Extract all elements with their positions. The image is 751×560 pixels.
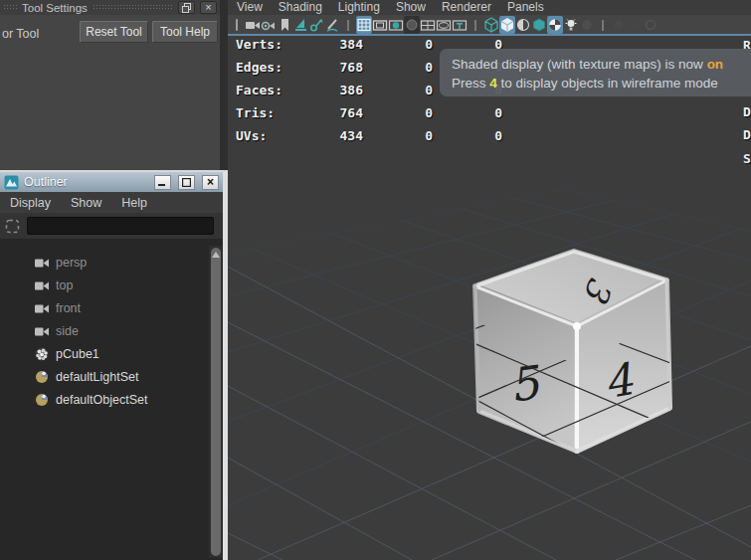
float-icon	[181, 2, 192, 13]
poly-mesh-icon	[34, 346, 50, 362]
hud-value: 764	[297, 105, 363, 120]
wireframe-on-shaded-icon[interactable]	[515, 16, 531, 34]
shaded-cube-icon[interactable]	[499, 16, 515, 34]
pan-zoom-icon[interactable]	[292, 16, 308, 34]
close-button[interactable]: ×	[202, 175, 219, 190]
object-set-icon	[34, 369, 50, 385]
hud-right-label: D	[743, 127, 751, 142]
scroll-up-arrow-icon[interactable]	[212, 252, 220, 258]
maya-app-icon	[4, 175, 19, 190]
menu-renderer[interactable]: Renderer	[434, 0, 499, 15]
menu-panels[interactable]: Panels	[499, 0, 552, 15]
outliner-list: persp top front side pCube1	[0, 242, 223, 560]
close-panel-button[interactable]: ×	[200, 1, 217, 14]
shading-mode-tooltip: Shaded display (with texture maps) is no…	[440, 49, 751, 96]
outliner-scrollbar[interactable]	[209, 246, 223, 558]
movie-camera-icon[interactable]	[245, 16, 261, 34]
outliner-item-top[interactable]: top	[0, 274, 223, 296]
viewport-toolbar	[228, 15, 751, 34]
hud-value: 0	[447, 105, 502, 120]
drag-grip-icon	[3, 4, 17, 11]
tool-name-label-truncated: or Tool	[2, 27, 39, 41]
wireframe-cube-icon[interactable]	[483, 16, 499, 34]
tool-settings-titlebar[interactable]: Tool Settings ×	[0, 0, 220, 15]
shadows-icon[interactable]	[579, 16, 595, 34]
gate-mask-icon[interactable]	[404, 16, 420, 34]
resolution-gate-icon[interactable]	[388, 16, 404, 34]
outliner-item-side[interactable]: side	[0, 319, 223, 342]
camera-icon	[34, 280, 50, 291]
hud-label: UVs:	[236, 128, 267, 143]
menu-shading[interactable]: Shading	[271, 0, 330, 15]
item-label: side	[56, 324, 79, 338]
motion-blur-icon[interactable]	[627, 16, 643, 34]
tooltip-line-1: Shaded display (with texture maps) is no…	[452, 55, 751, 74]
hud-value: 434	[297, 128, 363, 143]
tooltip-highlight-key: 4	[489, 76, 497, 91]
scrollbar-thumb[interactable]	[211, 248, 221, 556]
outliner-menubar: Display Show Help	[0, 192, 223, 213]
reset-tool-button[interactable]: Reset Tool	[80, 21, 148, 43]
occlusion-icon[interactable]	[611, 16, 627, 34]
grip-icon	[229, 16, 245, 34]
multisample-icon[interactable]	[643, 16, 658, 34]
hud-value: 386	[297, 83, 363, 97]
hud-value: 0	[377, 83, 433, 97]
tool-help-button[interactable]: Tool Help	[152, 21, 218, 43]
hud-value: 0	[377, 105, 433, 120]
grid-icon[interactable]	[356, 16, 372, 34]
safe-action-icon[interactable]	[436, 16, 452, 34]
outliner-item-pcube1[interactable]: pCube1	[0, 342, 223, 365]
field-chart-icon[interactable]	[420, 16, 436, 34]
outliner-item-persp[interactable]: persp	[0, 251, 223, 274]
viewport-panel: View Shading Lighting Show Renderer Pane…	[228, 0, 751, 560]
safe-title-icon[interactable]	[452, 16, 468, 34]
film-gate-icon[interactable]	[372, 16, 388, 34]
camera-icon	[34, 302, 50, 314]
outliner-item-defaultlightset[interactable]: defaultLightSet	[0, 365, 223, 388]
viewport-canvas[interactable]: 3 5 4 Verts: 384 0 0	[228, 36, 751, 560]
menu-display[interactable]: Display	[0, 196, 61, 210]
hud-value: 0	[447, 128, 502, 143]
textured-icon[interactable]	[547, 16, 563, 34]
separator-icon	[595, 16, 611, 34]
menu-view[interactable]: View	[229, 0, 271, 15]
joint-tool-icon[interactable]	[308, 16, 324, 34]
pencil-icon[interactable]	[324, 16, 340, 34]
bookmark-icon[interactable]	[277, 16, 292, 34]
menu-show[interactable]: Show	[388, 0, 434, 15]
item-label: pCube1	[56, 347, 99, 361]
camera-icon	[34, 325, 50, 337]
item-label: defaultObjectSet	[56, 393, 147, 407]
maximize-icon	[182, 178, 191, 187]
hud-row-tris: Tris: 764 0 0	[228, 105, 526, 121]
outliner-window: Outliner × Display Show Help persp top f…	[0, 170, 228, 560]
object-set-icon	[34, 392, 50, 408]
outliner-titlebar[interactable]: Outliner ×	[0, 172, 223, 192]
separator-icon	[468, 16, 483, 34]
outliner-item-front[interactable]: front	[0, 296, 223, 319]
outliner-search-input[interactable]	[27, 217, 214, 235]
hud-right-label: D	[743, 104, 751, 119]
menu-help[interactable]: Help	[111, 196, 157, 210]
lights-icon[interactable]	[563, 16, 579, 34]
selection-filter-icon[interactable]	[4, 218, 21, 235]
drag-grip-icon	[93, 4, 173, 11]
minimize-button[interactable]	[154, 175, 171, 190]
hud-value: 0	[377, 60, 433, 75]
camera-aperture-icon[interactable]	[261, 16, 277, 34]
item-label: top	[56, 279, 73, 292]
outliner-item-defaultobjectset[interactable]: defaultObjectSet	[0, 388, 223, 411]
default-material-icon[interactable]	[531, 16, 547, 34]
hud-label: Tris:	[236, 105, 275, 120]
tool-settings-title: Tool Settings	[22, 2, 88, 14]
float-panel-button[interactable]	[178, 1, 195, 14]
tool-settings-panel: Tool Settings × or Tool Reset Tool Tool …	[0, 0, 220, 170]
menu-show[interactable]: Show	[61, 196, 111, 210]
hud-label: Faces:	[236, 83, 282, 97]
menu-lighting[interactable]: Lighting	[330, 0, 388, 15]
hud-value: 0	[377, 37, 433, 52]
outliner-title: Outliner	[24, 175, 147, 189]
maximize-button[interactable]	[178, 175, 195, 190]
hud-label: Verts:	[236, 37, 282, 52]
